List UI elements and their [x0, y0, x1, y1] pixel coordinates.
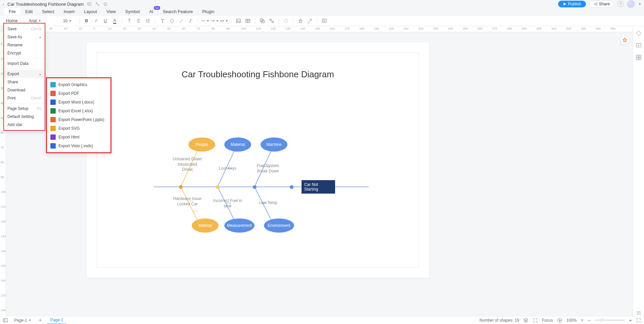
collapse-panel-icon[interactable]: [636, 310, 642, 316]
cause-people: Untrained Driver Intoxicated Driver: [172, 157, 202, 172]
menu-insert[interactable]: Insert: [59, 8, 80, 15]
line-style-icon[interactable]: ▼: [201, 16, 210, 25]
file-page-setup[interactable]: Page SetupF6: [4, 105, 45, 113]
open-external-icon[interactable]: [95, 2, 100, 6]
page-select[interactable]: Page-1 ▼: [12, 318, 34, 323]
text-orientation-icon[interactable]: [125, 16, 134, 25]
add-page-icon[interactable]: +: [38, 318, 43, 323]
export-html[interactable]: Export Html: [47, 133, 110, 141]
back-icon[interactable]: ‹: [3, 2, 4, 7]
media-panel-icon[interactable]: [636, 42, 642, 48]
font-family-value: Arial: [29, 18, 37, 23]
arrow-start-icon[interactable]: ▼: [210, 16, 219, 25]
italic-icon[interactable]: I: [92, 16, 100, 25]
lock-icon[interactable]: [296, 16, 305, 25]
file-share[interactable]: Share: [4, 78, 45, 86]
file-add-star[interactable]: Add star: [4, 121, 45, 129]
cat-machine[interactable]: Machine: [261, 137, 287, 152]
canvas[interactable]: Car Troubleshooting Fishbone Diagram: [6, 32, 631, 316]
connector-icon[interactable]: [186, 16, 195, 25]
menu-plugin[interactable]: Plugin: [197, 8, 219, 15]
text-tool-icon[interactable]: [158, 16, 167, 25]
table-icon[interactable]: [243, 16, 252, 25]
zoom-slider[interactable]: [595, 320, 625, 321]
fill-color-icon[interactable]: [168, 16, 176, 25]
focus-label[interactable]: Focus: [542, 318, 553, 323]
cat-material[interactable]: Material: [224, 137, 251, 152]
magic-icon[interactable]: [282, 16, 290, 25]
arrange-icon[interactable]: [258, 16, 267, 25]
tools-icon[interactable]: [306, 16, 314, 25]
export-visio[interactable]: Export Visio (.vsdx): [47, 141, 110, 150]
titlebar: ‹ Car Troubleshooting Fishbone Diagram P…: [0, 0, 644, 8]
menu-select[interactable]: Select: [37, 8, 59, 15]
present-icon[interactable]: [87, 2, 92, 6]
svg-rect-30: [639, 55, 641, 57]
focus-target-icon[interactable]: [533, 318, 538, 323]
menu-view[interactable]: View: [102, 8, 121, 15]
export-graphics[interactable]: Export Graphics: [47, 80, 110, 89]
svg-rect-4: [236, 19, 240, 23]
file-save-as[interactable]: Save As▸: [4, 33, 45, 41]
menu-symbol[interactable]: Symbol: [121, 8, 144, 15]
preview-icon[interactable]: [320, 16, 329, 25]
menu-edit[interactable]: Edit: [20, 8, 37, 15]
file-rename[interactable]: Rename: [4, 41, 45, 49]
align-icon[interactable]: [134, 16, 143, 25]
font-size-select[interactable]: 10 ▼: [61, 17, 77, 25]
cat-people[interactable]: People: [188, 137, 215, 152]
export-ppt[interactable]: Export PowerPoint (.pptx): [47, 115, 110, 124]
star-icon[interactable]: [103, 2, 108, 6]
svg-rect-9: [270, 19, 271, 21]
export-pdf[interactable]: Export PDF: [47, 89, 110, 98]
svg-rect-11: [299, 21, 302, 23]
line-color-icon[interactable]: [177, 16, 186, 25]
avatar-caret-icon[interactable]: ▼: [638, 2, 641, 6]
zoom-value[interactable]: 100%: [566, 318, 577, 323]
zoom-in-icon[interactable]: +: [629, 317, 632, 323]
ai-assistant-icon[interactable]: [620, 36, 629, 44]
arrow-end-icon[interactable]: ▼: [220, 16, 228, 25]
image-icon[interactable]: [234, 16, 243, 25]
layers-icon[interactable]: [523, 318, 528, 323]
menu-file[interactable]: File: [4, 8, 20, 15]
shapes-panel-icon[interactable]: [636, 54, 642, 60]
cat-measurement[interactable]: Measurement: [224, 218, 255, 233]
bold-icon[interactable]: B: [82, 16, 91, 25]
file-import-data[interactable]: Import Data: [4, 59, 45, 68]
ruler-horizontal: 5040302010010203040506070809010011012013…: [6, 26, 644, 32]
home-label[interactable]: Home: [3, 18, 21, 23]
share-button[interactable]: Share: [589, 0, 614, 8]
cat-environment[interactable]: Environment: [264, 218, 294, 233]
fullscreen-icon[interactable]: [636, 318, 641, 323]
file-download[interactable]: Download: [4, 86, 45, 94]
help-icon[interactable]: ?: [617, 1, 624, 7]
menu-search-feature[interactable]: Search Feature: [158, 8, 198, 15]
cause-environment: Low Temp: [253, 200, 283, 206]
export-word[interactable]: Export Word (.docx): [47, 98, 110, 107]
underline-icon[interactable]: U: [101, 16, 110, 25]
file-export[interactable]: Export▸: [4, 70, 45, 78]
font-color-icon[interactable]: A: [110, 16, 119, 25]
cat-method[interactable]: Method: [192, 218, 219, 233]
avatar[interactable]: [627, 0, 635, 8]
file-default-setting[interactable]: Default Setting: [4, 113, 45, 121]
group-icon[interactable]: [267, 16, 276, 25]
pages-panel-icon[interactable]: [3, 318, 8, 323]
file-encrypt[interactable]: Encrypt: [4, 49, 45, 57]
svg-point-1: [594, 4, 595, 5]
play-icon[interactable]: [557, 318, 562, 323]
line-height-icon[interactable]: [144, 16, 152, 25]
zoom-out-icon[interactable]: −: [588, 317, 591, 323]
toolbar: Home Arial ▼ 10 ▼ B I U A ▼ ▼ ▼: [0, 15, 644, 26]
export-excel[interactable]: Export Excel (.xlsx): [47, 107, 110, 115]
fish-head[interactable]: Car Not Starting: [302, 180, 335, 194]
menu-ai[interactable]: AI hot: [144, 8, 158, 15]
export-svg[interactable]: Export SVG: [47, 124, 110, 133]
file-save[interactable]: SaveCtrl+S: [4, 25, 45, 33]
page-tab-1[interactable]: Page-1: [47, 316, 67, 324]
file-print[interactable]: PrintCtrl+P: [4, 94, 45, 102]
theme-icon[interactable]: [636, 30, 642, 36]
menu-layout[interactable]: Layout: [79, 8, 102, 15]
publish-button[interactable]: Publish: [558, 1, 586, 7]
